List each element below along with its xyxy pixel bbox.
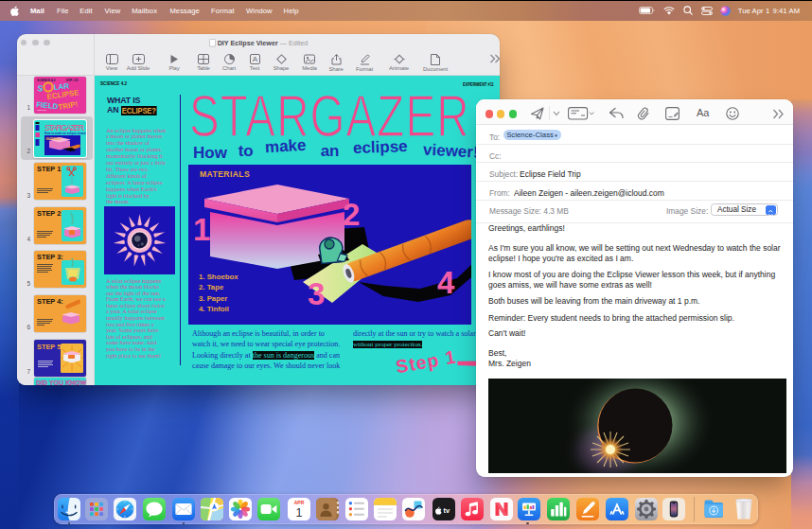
svg-text:STEP 5:: STEP 5:: [37, 343, 63, 351]
svg-text:2: 2: [343, 197, 360, 232]
svg-text:TRIP!: TRIP!: [57, 99, 78, 111]
svg-text:STEP 2:: STEP 2:: [37, 209, 63, 218]
svg-text:STEP 1:: STEP 1:: [37, 165, 63, 173]
svg-text:APR: APR: [293, 500, 304, 505]
svg-text:STEP 4:: STEP 4:: [37, 297, 63, 306]
svg-text:With Lisa: With Lisa: [37, 109, 47, 112]
svg-text:3: 3: [308, 276, 325, 311]
svg-text:STEP 3:: STEP 3:: [37, 253, 63, 261]
svg-text:4: 4: [437, 265, 455, 300]
svg-text:1: 1: [193, 212, 210, 247]
svg-text:SCIENCE 4.2: SCIENCE 4.2: [37, 79, 56, 82]
svg-text:DID YOU KNOW: DID YOU KNOW: [36, 379, 86, 385]
svg-text:tv: tv: [443, 506, 450, 515]
svg-text:A: A: [252, 55, 257, 63]
svg-text:S: S: [36, 83, 43, 94]
svg-text:MATERIALS: MATERIALS: [45, 137, 61, 141]
svg-text:How to make an eclipse viewer!: How to make an eclipse viewer!: [44, 131, 86, 134]
svg-text:1: 1: [295, 506, 302, 520]
